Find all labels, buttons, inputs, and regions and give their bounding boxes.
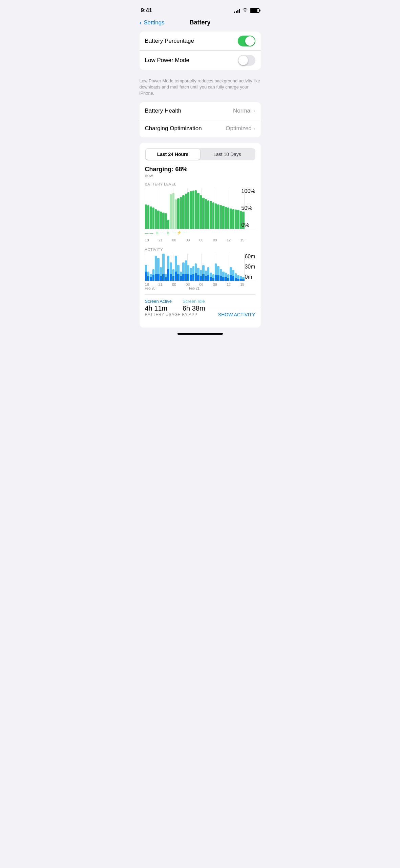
charging-optimization-chevron-icon: › <box>254 126 255 131</box>
activity-bar-group <box>160 254 162 281</box>
battery-bar <box>207 200 209 229</box>
battery-bar <box>190 191 192 229</box>
segment-control[interactable]: Last 24 Hours Last 10 Days <box>145 148 255 160</box>
battery-percentage-row[interactable]: Battery Percentage <box>140 32 261 51</box>
charging-title: Charging: 68% <box>145 166 255 173</box>
activity-y-30m: 30m <box>245 264 255 270</box>
status-bar: 9:41 <box>134 0 266 16</box>
activity-bar-group <box>187 254 189 281</box>
battery-bar <box>202 198 204 229</box>
chart-section: Last 24 Hours Last 10 Days Charging: 68%… <box>140 143 261 328</box>
activity-bar-group <box>237 254 239 281</box>
battery-bar <box>145 204 147 229</box>
battery-bar <box>147 205 149 229</box>
activity-bar-group <box>172 254 174 281</box>
activity-bar-group <box>145 254 147 281</box>
activity-bar-group <box>170 254 172 281</box>
battery-x-labels: 18 21 00 03 06 09 12 15 <box>145 238 255 242</box>
battery-percentage-toggle[interactable] <box>238 36 255 46</box>
charging-optimization-row[interactable]: Charging Optimization Optimized › <box>140 120 261 137</box>
activity-bar-group <box>202 254 204 281</box>
activity-bar-group <box>197 254 199 281</box>
charging-subtitle: now <box>145 173 255 178</box>
wifi-icon <box>242 8 248 13</box>
battery-bar <box>225 207 227 229</box>
toggle-settings-group: Battery Percentage Low Power Mode <box>140 32 261 70</box>
page-title: Battery <box>189 19 210 26</box>
home-indicator <box>177 333 223 335</box>
segment-last-10-days[interactable]: Last 10 Days <box>200 149 255 160</box>
battery-y-100: 100% <box>241 188 255 194</box>
activity-bar-group <box>185 254 187 281</box>
health-settings-group: Battery Health Normal › Charging Optimiz… <box>140 102 261 137</box>
status-icons <box>234 8 259 13</box>
activity-bar-group <box>230 254 232 281</box>
status-time: 9:41 <box>141 7 152 14</box>
activity-bar-group <box>167 254 169 281</box>
activity-bar-group <box>220 254 222 281</box>
battery-bar <box>200 195 202 229</box>
battery-status-icon <box>250 8 259 13</box>
activity-y-60m: 60m <box>245 254 255 260</box>
battery-bar <box>197 193 199 229</box>
battery-bar <box>160 212 162 229</box>
battery-bar <box>210 201 212 229</box>
nav-header: ‹ Settings Battery <box>134 16 266 32</box>
signal-icon <box>234 8 240 13</box>
battery-bar <box>205 199 207 229</box>
battery-bar <box>157 211 159 229</box>
battery-bar <box>237 210 239 229</box>
battery-bar <box>177 198 179 229</box>
activity-bar-group <box>182 254 184 281</box>
activity-bar-group <box>205 254 207 281</box>
activity-bar-group <box>152 254 154 281</box>
activity-chart-wrapper: 60m 30m 0m <box>145 254 255 281</box>
activity-bar-group <box>210 254 212 281</box>
activity-bar-group <box>180 254 182 281</box>
battery-bar <box>220 205 222 229</box>
activity-chart-container: ACTIVITY 60m 30m 0m 18 <box>145 248 255 290</box>
charging-icons-row: — — ⏸ · · ⏸ — ⚡ — <box>145 229 255 237</box>
show-activity-button[interactable]: SHOW ACTIVITY <box>218 312 255 317</box>
battery-bar <box>167 220 169 229</box>
activity-chart-area: 60m 30m 0m <box>145 254 255 281</box>
battery-health-row[interactable]: Battery Health Normal › <box>140 102 261 120</box>
activity-bar-group <box>192 254 194 281</box>
battery-bar <box>232 209 234 229</box>
back-label: Settings <box>144 19 164 26</box>
low-power-mode-row[interactable]: Low Power Mode <box>140 51 261 70</box>
activity-bar-group <box>225 254 227 281</box>
activity-bar-chart <box>145 254 255 281</box>
activity-y-0m: 0m <box>245 274 255 280</box>
battery-health-chevron-icon: › <box>254 108 255 114</box>
battery-bar <box>170 194 172 229</box>
battery-y-labels: 100% 50% 0% <box>241 188 255 229</box>
low-power-helper-text: Low Power Mode temporarily reduces backg… <box>134 75 266 102</box>
charging-info: Charging: 68% now <box>145 166 255 178</box>
activity-bar-group <box>162 254 164 281</box>
battery-health-value: Normal › <box>233 107 255 114</box>
battery-bar <box>217 204 219 229</box>
battery-bar <box>155 209 157 229</box>
charging-optimization-value: Optimized › <box>226 125 255 132</box>
battery-chart-area: 100% 50% 0% <box>145 188 255 229</box>
battery-chart-label: BATTERY LEVEL <box>145 182 255 186</box>
battery-bar <box>195 190 197 229</box>
activity-bar-group <box>157 254 159 281</box>
activity-y-labels: 60m 30m 0m <box>245 254 255 281</box>
battery-bar <box>152 208 154 229</box>
activity-bar-group <box>190 254 192 281</box>
battery-bar <box>192 191 194 229</box>
screen-active-label: Screen Active <box>145 299 172 304</box>
activity-bar-group <box>155 254 157 281</box>
low-power-mode-toggle[interactable] <box>238 55 255 66</box>
battery-bar <box>162 213 164 229</box>
battery-bar-chart <box>145 188 255 229</box>
battery-bar <box>212 202 214 229</box>
segment-last-24-hours[interactable]: Last 24 Hours <box>146 149 200 160</box>
battery-bar <box>222 206 224 229</box>
battery-health-label: Battery Health <box>145 107 182 114</box>
activity-bar-group <box>212 254 214 281</box>
activity-bar-group <box>217 254 219 281</box>
back-button[interactable]: ‹ Settings <box>140 19 165 26</box>
